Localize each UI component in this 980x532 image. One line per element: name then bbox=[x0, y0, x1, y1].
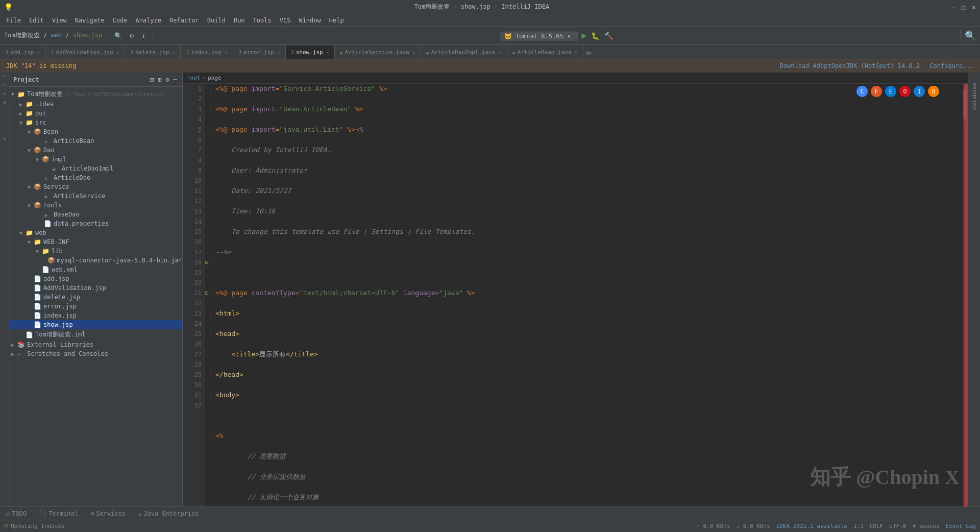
tab-close-show[interactable]: ✕ bbox=[326, 50, 329, 55]
notification-configure-link[interactable]: Configure... bbox=[929, 62, 974, 69]
tab-articledaoimpl-java[interactable]: ☕ ArticleDaoImpl.java ✕ bbox=[421, 45, 507, 59]
tree-webinf[interactable]: ▼ 📁 WEB-INF bbox=[9, 237, 182, 247]
tree-articlebean[interactable]: ☕ ArticleBean bbox=[9, 136, 182, 146]
tree-tools[interactable]: ▼ 📦 tools bbox=[9, 201, 182, 210]
structure-side-label[interactable]: 2 bbox=[2, 83, 7, 86]
menu-tools[interactable]: Tools bbox=[249, 16, 276, 25]
tree-impl[interactable]: ▼ 📦 impl bbox=[9, 155, 182, 164]
edge-icon[interactable]: E bbox=[885, 86, 896, 97]
menu-vcs[interactable]: VCS bbox=[276, 16, 295, 25]
favorites-side-label[interactable]: ★ bbox=[2, 137, 7, 142]
chrome-icon[interactable]: C bbox=[856, 86, 868, 97]
tree-webxml[interactable]: 📄 web.xml bbox=[9, 265, 182, 274]
tab-todo[interactable]: ☑ TODO bbox=[0, 508, 33, 519]
tree-src[interactable]: ▼ 📁 src bbox=[9, 118, 182, 127]
status-update[interactable]: IDEA 2021.1 available bbox=[776, 523, 847, 529]
firefox-icon[interactable]: F bbox=[871, 86, 882, 97]
right-scrollbar[interactable] bbox=[963, 84, 968, 506]
sidebar-expand-all-button[interactable]: ⊞ bbox=[157, 75, 162, 84]
breadcrumb-root[interactable]: root bbox=[187, 75, 201, 81]
tab-index-jsp[interactable]: J index.jsp ✕ bbox=[181, 45, 233, 59]
tree-idea[interactable]: ▶ 📁 .idea bbox=[9, 100, 182, 109]
code-area[interactable]: 12345 6789 1011121314 1516171819 2021222… bbox=[183, 84, 968, 506]
tree-extlibs[interactable]: ▶ 📚 External Libraries bbox=[9, 340, 182, 349]
tab-close-delete[interactable]: ✕ bbox=[172, 50, 175, 55]
sidebar-settings-button[interactable]: ⚙ bbox=[165, 75, 170, 84]
tab-close-error[interactable]: ✕ bbox=[277, 50, 280, 55]
event-log[interactable]: Event Log bbox=[945, 523, 976, 529]
tree-dao[interactable]: ▼ 📦 Dao bbox=[9, 146, 182, 155]
tab-java-enterprise[interactable]: ☕ Java Enterprise bbox=[132, 508, 205, 519]
menu-window[interactable]: Window bbox=[295, 16, 325, 25]
tree-showjsp[interactable]: 📄 show.jsp bbox=[9, 320, 182, 329]
title-bar-right[interactable]: — ❐ ✕ bbox=[951, 3, 976, 11]
toolbar-project-name[interactable]: Tom增删改查 / web / show.jsp bbox=[4, 31, 103, 40]
tree-dataprops[interactable]: 📄 data.properties bbox=[9, 219, 182, 228]
menu-navigate[interactable]: Navigate bbox=[71, 16, 109, 25]
tree-scratches[interactable]: ▶ ✏️ Scratches and Consoles bbox=[9, 349, 182, 358]
tree-articleservice[interactable]: ☕ ArticleService bbox=[9, 191, 182, 201]
code-content[interactable]: <%@ page import="Service.ArticleService"… bbox=[211, 84, 963, 506]
more-tabs-button[interactable]: ≫ bbox=[583, 47, 594, 59]
menu-view[interactable]: View bbox=[48, 16, 71, 25]
breadcrumb-page[interactable]: page bbox=[208, 75, 222, 81]
tab-terminal[interactable]: ⬛ Terminal bbox=[33, 508, 84, 519]
minimize-button[interactable]: — bbox=[951, 3, 955, 11]
tree-basedao[interactable]: ☕ BaseDao bbox=[9, 210, 182, 219]
tree-out[interactable]: ▶ 📁 out bbox=[9, 109, 182, 118]
tree-iml[interactable]: 📄 Tom增删改查.iml bbox=[9, 329, 182, 340]
tab-services[interactable]: ⚙ Services bbox=[84, 508, 132, 519]
tab-show-jsp[interactable]: J show.jsp ✕ bbox=[286, 45, 335, 59]
tab-addvalidation-jsp[interactable]: J AddValidation.jsp ✕ bbox=[45, 45, 125, 59]
search-everywhere-button[interactable]: 🔍 bbox=[111, 31, 125, 41]
tree-articledaoimpl[interactable]: ☕ ArticleDaoImpl bbox=[9, 164, 182, 173]
tab-close-addval[interactable]: ✕ bbox=[116, 50, 119, 55]
tab-error-jsp[interactable]: J error.jsp ✕ bbox=[233, 45, 286, 59]
tree-addjsp[interactable]: 📄 add.jsp bbox=[9, 274, 182, 283]
fold-marker-18[interactable]: ⊟ bbox=[205, 257, 211, 268]
brave-icon[interactable]: B bbox=[928, 86, 939, 97]
status-crlf[interactable]: CRLF bbox=[870, 523, 884, 529]
debug-button[interactable]: 🐛 bbox=[591, 32, 600, 40]
maximize-button[interactable]: ❐ bbox=[961, 3, 965, 11]
tree-web[interactable]: ▼ 📁 web bbox=[9, 228, 182, 237]
project-side-label[interactable]: 1 bbox=[2, 75, 7, 77]
build-button[interactable]: 🔨 bbox=[604, 32, 613, 40]
tree-service[interactable]: ▼ 📦 Service bbox=[9, 182, 182, 191]
menu-run[interactable]: Run bbox=[230, 16, 249, 25]
database-sidebar[interactable]: Database bbox=[968, 72, 980, 506]
tab-close-service[interactable]: ✕ bbox=[412, 50, 415, 55]
notification-download-link[interactable]: Download AdoptOpenJDK (HotSpot) 14.0.2 bbox=[780, 62, 920, 69]
vcs-button[interactable]: ↕ bbox=[139, 31, 149, 41]
tree-mysqljar[interactable]: 📦 mysql-connector-java-5.0.4-bin.jar bbox=[9, 256, 182, 265]
tree-root[interactable]: ▼ 📁 Tom增删改查 C:\Users\32788\Documents\Ten… bbox=[9, 89, 182, 100]
sidebar-close-button[interactable]: — bbox=[173, 75, 178, 84]
menu-edit[interactable]: Edit bbox=[25, 16, 48, 25]
tree-bean[interactable]: ▼ 📦 Bean bbox=[9, 127, 182, 136]
status-indent[interactable]: 4 spaces bbox=[912, 523, 939, 529]
tab-articleservice-java[interactable]: ☕ ArticleService.java ✕ bbox=[335, 45, 421, 59]
tree-errorjsp[interactable]: 📄 error.jsp bbox=[9, 302, 182, 311]
tab-close-add[interactable]: ✕ bbox=[37, 50, 40, 55]
tree-indexjsp[interactable]: 📄 index.jsp bbox=[9, 311, 182, 320]
tree-articledao[interactable]: ☕ ArticleDao bbox=[9, 173, 182, 182]
sidebar-collapse-all-button[interactable]: ⊟ bbox=[149, 75, 155, 84]
run-button[interactable]: ▶ bbox=[581, 31, 586, 40]
bookmarks-side-label[interactable]: 3 bbox=[2, 92, 7, 95]
menu-help[interactable]: Help bbox=[325, 16, 348, 25]
menu-refactor[interactable]: Refactor bbox=[165, 16, 203, 25]
tree-lib[interactable]: ▼ 📁 lib bbox=[9, 247, 182, 256]
status-charset[interactable]: UTF-8 bbox=[889, 523, 906, 529]
tab-delete-jsp[interactable]: J delete.jsp ✕ bbox=[125, 45, 181, 59]
database-label[interactable]: Database bbox=[971, 83, 977, 110]
find-side-label[interactable]: 4 bbox=[2, 101, 7, 104]
close-button[interactable]: ✕ bbox=[972, 3, 976, 11]
tab-close-index[interactable]: ✕ bbox=[225, 50, 228, 55]
tab-close-daoimpl[interactable]: ✕ bbox=[499, 50, 502, 55]
tree-deletejsp[interactable]: 📄 delete.jsp bbox=[9, 293, 182, 302]
ie-icon[interactable]: I bbox=[914, 86, 925, 97]
menu-code[interactable]: Code bbox=[109, 16, 132, 25]
menu-analyze[interactable]: Analyze bbox=[131, 16, 165, 25]
tree-addvalidjsp[interactable]: 📄 AddValidation.jsp bbox=[9, 283, 182, 293]
menu-file[interactable]: File bbox=[2, 16, 25, 25]
